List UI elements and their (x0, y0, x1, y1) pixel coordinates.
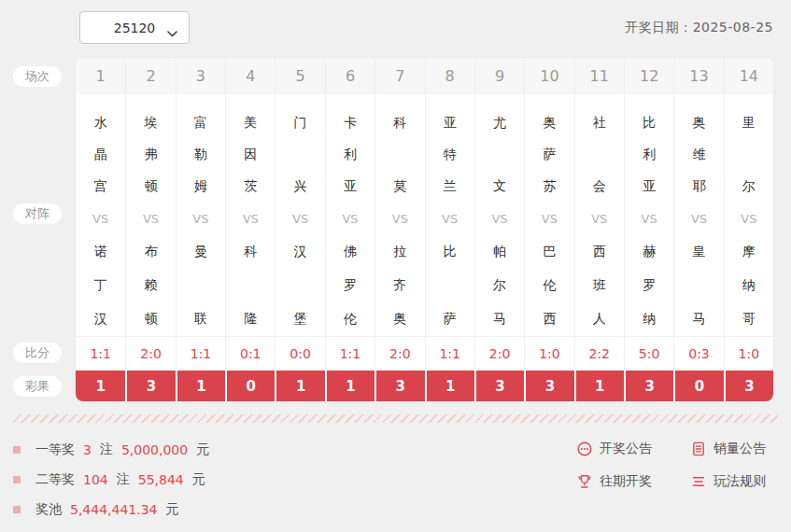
team-char: 兰 (426, 171, 474, 203)
away-team: 摩纳哥 (725, 235, 773, 336)
row-label-score: 比分 (13, 343, 62, 363)
score-cell: 5:0 (624, 336, 673, 371)
away-team: 巴伦西 (525, 235, 573, 336)
match-column: 4 美因茨 VS 科隆 0:1 0 (225, 58, 275, 401)
first-prize-label: 一等奖 (35, 441, 75, 458)
team-char: 巴 (525, 235, 573, 269)
team-char: 佛 (326, 235, 374, 269)
team-char: 曼 (177, 235, 225, 269)
team-char: 西 (525, 302, 573, 336)
team-char: 顿 (126, 302, 175, 336)
matchup-cell: 富勒姆 VS 曼联 (176, 94, 225, 336)
team-char (275, 139, 324, 171)
score-cell: 2:0 (374, 336, 424, 371)
team-char: 特 (426, 139, 474, 171)
match-number: 7 (374, 58, 424, 94)
team-char: 尤 (475, 107, 524, 139)
team-char: 奥 (375, 302, 424, 336)
team-char: 伦 (525, 269, 573, 302)
page: 25120 开奖日期：2025-08-25 场次 对阵 比分 彩果 1 水晶宫 … (0, 0, 791, 532)
matchup-cell: 科莫 VS 拉齐奥 (374, 94, 424, 336)
team-char: 社 (575, 107, 624, 139)
period-select[interactable]: 25120 (79, 11, 190, 44)
result-cell: 3 (125, 371, 175, 401)
result-cell: 3 (374, 371, 424, 401)
matchup-cell: 社会 VS 西班人 (574, 94, 624, 336)
away-team: 佛罗伦 (326, 235, 374, 336)
home-team: 奥维耶 (674, 94, 723, 203)
team-char (226, 269, 275, 302)
result-cell: 1 (425, 371, 474, 401)
team-char (575, 139, 624, 171)
home-team: 亚特兰 (426, 94, 474, 203)
result-cell: 1 (275, 371, 324, 401)
team-char: 纳 (625, 302, 673, 336)
matchup-cell: 水晶宫 VS 诺丁汉 (76, 94, 125, 336)
match-column: 8 亚特兰 VS 比萨 1:1 1 (425, 58, 474, 401)
match-number: 8 (425, 58, 474, 94)
result-cell: 1 (76, 371, 125, 401)
draw-date-value: 2025-08-25 (693, 20, 773, 35)
home-team: 里尔 (725, 94, 773, 203)
team-char: 比 (625, 107, 673, 139)
away-team: 汉堡 (275, 235, 324, 336)
match-column: 5 门兴 VS 汉堡 0:0 1 (275, 58, 324, 401)
match-number: 5 (275, 58, 324, 94)
team-char: 摩 (725, 235, 773, 269)
match-number: 11 (574, 58, 624, 94)
team-char: 汉 (275, 235, 324, 269)
vs-label: VS (275, 203, 324, 235)
second-prize-amount-unit: 元 (192, 471, 205, 488)
chevron-down-icon (167, 25, 177, 40)
home-team: 科莫 (375, 94, 424, 203)
team-char: 水 (76, 107, 125, 139)
matchup-cell: 亚特兰 VS 比萨 (425, 94, 474, 336)
team-char: 联 (177, 302, 225, 336)
team-char: 奥 (674, 107, 723, 139)
result-cell: 3 (724, 371, 773, 401)
team-char: 马 (674, 302, 723, 336)
first-prize-count-unit: 注 (100, 441, 113, 458)
team-char: 苏 (525, 171, 573, 203)
team-char (674, 269, 723, 302)
home-team: 奥萨苏 (525, 94, 573, 203)
draw-date-label: 开奖日期： (625, 20, 693, 35)
team-char: 美 (226, 107, 275, 139)
bullet-square-icon (13, 476, 21, 483)
away-team: 西班人 (575, 235, 624, 336)
score-cell: 1:1 (325, 336, 374, 371)
team-char (475, 139, 524, 171)
match-column: 9 尤文 VS 帕尔马 2:0 3 (474, 58, 524, 401)
team-char: 奥 (525, 107, 573, 139)
team-char: 班 (575, 269, 624, 302)
team-char: 姆 (177, 171, 225, 203)
matchup-cell: 美因茨 VS 科隆 (225, 94, 275, 336)
vs-label: VS (126, 203, 175, 235)
team-char: 隆 (226, 302, 275, 336)
team-char: 弗 (126, 139, 175, 171)
result-cell: 1 (325, 371, 374, 401)
matchup-cell: 卡利亚 VS 佛罗伦 (325, 94, 374, 336)
result-cell: 1 (176, 371, 225, 401)
team-char: 晶 (76, 139, 125, 171)
team-char: 罗 (625, 269, 673, 302)
home-team: 卡利亚 (326, 94, 374, 203)
match-column: 7 科莫 VS 拉齐奥 2:0 3 (374, 58, 424, 401)
home-team: 美因茨 (226, 94, 275, 203)
score-cell: 2:0 (125, 336, 175, 371)
link-draw-announcement[interactable]: 开奖公告 (576, 440, 652, 458)
team-char: 富 (177, 107, 225, 139)
link-sales-announcement[interactable]: 销量公告 (690, 440, 766, 458)
team-char: 齐 (375, 269, 424, 302)
link-past-draws[interactable]: 往期开奖 (576, 472, 652, 491)
match-column: 3 富勒姆 VS 曼联 1:1 1 (176, 58, 225, 401)
team-char: 西 (575, 235, 624, 269)
vs-label: VS (326, 203, 374, 235)
link-rules[interactable]: 玩法规则 (690, 472, 766, 491)
prize-pool-amount-unit: 元 (166, 501, 179, 518)
team-char: 茨 (226, 171, 275, 203)
team-char: 赖 (126, 269, 175, 302)
score-cell: 1:1 (76, 336, 125, 371)
score-cell: 2:2 (574, 336, 624, 371)
score-cell: 0:3 (673, 336, 723, 371)
